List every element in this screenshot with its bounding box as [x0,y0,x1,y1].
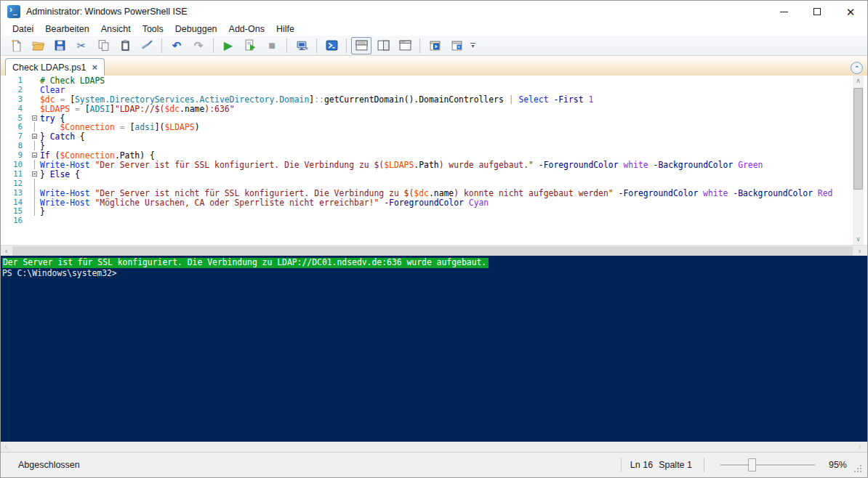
resize-grip[interactable] [853,463,861,472]
menu-item-debuggen[interactable]: Debuggen [169,23,223,35]
code-line-9[interactable]: 9If ($Connection.Path) { [1,150,867,160]
code-line-13[interactable]: 13Write-Host "Der Server ist nicht für S… [1,188,867,198]
menu-item-hilfe[interactable]: Hilfe [270,23,300,35]
statusbar-separator [704,458,704,472]
save-icon [54,39,66,52]
show-script-pane-right-button[interactable] [373,37,393,54]
line-number: 4 [1,104,28,113]
scroll-right-icon[interactable]: › [855,442,865,452]
paste-button[interactable] [115,37,135,54]
close-button[interactable]: ✕ [834,1,867,23]
code-text: } [40,206,45,216]
line-number: 7 [1,131,28,141]
code-text: } Catch { [40,131,85,141]
run-selection-icon [244,39,257,52]
status-bar: Abgeschlossen Ln 16 Spalte 1 95% [1,452,867,477]
horizontal-scroll-thumb[interactable] [12,246,853,256]
start-powershell-button[interactable] [321,37,342,54]
show-script-pane-button[interactable] [446,37,467,54]
code-line-4[interactable]: 4$LDAPS = [ADSI]"LDAP://$($dc.name):636" [1,104,867,113]
window-title: Administrator: Windows PowerShell ISE [26,7,188,17]
console-horizontal-scrollbar[interactable]: ‹ › [1,442,867,452]
fold-collapse-icon[interactable] [28,169,40,179]
maximize-icon [813,8,821,15]
line-number: 8 [1,141,28,150]
new-remote-powershell-tab-button[interactable] [292,37,312,54]
run-script-button[interactable]: ▶ [218,37,238,54]
cut-scissors-icon: ✂ [77,40,87,51]
show-script-pane-top-button[interactable] [351,37,371,54]
maximize-button[interactable] [800,1,834,23]
line-number: 12 [1,179,28,188]
scroll-up-icon[interactable]: ∧ [853,76,864,86]
minimize-button[interactable] [767,1,800,23]
code-line-12[interactable]: 12 [1,179,867,188]
zoom-slider-track[interactable] [720,464,815,466]
toolbar-overflow-button[interactable]: ▾ [470,43,475,48]
editor-vertical-scrollbar[interactable]: ∧ ∨ [853,76,864,245]
scroll-left-icon[interactable]: ‹ [1,246,12,256]
run-icon: ▶ [224,40,233,52]
cut-button[interactable]: ✂ [71,37,92,54]
stop-operation-button[interactable]: ■ [262,37,282,54]
fold-collapse-icon[interactable] [28,113,40,123]
collapse-script-pane-button[interactable]: ⌃ [851,62,863,74]
run-selection-button[interactable] [240,37,260,54]
code-line-8[interactable]: 8} [1,141,867,150]
code-text: Write-Host "Der Server ist für SSL konfi… [40,160,763,169]
console-prompt[interactable]: PS C:\Windows\system32> [2,268,867,278]
menu-item-ansicht[interactable]: Ansicht [95,23,137,35]
zoom-level: 95% [822,460,847,470]
remote-computer-icon [296,39,308,52]
code-line-7[interactable]: 7} Catch { [1,131,867,141]
vertical-scroll-thumb[interactable] [853,88,863,190]
scroll-left-icon[interactable]: ‹ [1,442,11,452]
menu-item-tools[interactable]: Tools [137,23,169,35]
new-script-button[interactable] [6,37,26,54]
editor-horizontal-scrollbar[interactable]: ‹ › [1,245,867,256]
new-powershell-tab-button[interactable] [425,37,445,54]
open-script-button[interactable] [28,37,48,54]
code-line-6[interactable]: 6 $Connection = [adsi]($LDAPS) [1,122,867,131]
copy-button[interactable] [93,37,113,54]
clear-console-pane-button[interactable] [137,37,157,54]
menu-item-datei[interactable]: Datei [7,23,39,35]
code-line-1[interactable]: 1# Check LDAPS [1,76,867,85]
line-number: 5 [1,113,28,123]
zoom-slider-thumb[interactable] [748,458,756,471]
toolbar-separator [213,39,214,53]
code-line-10[interactable]: 10Write-Host "Der Server ist für SSL kon… [1,160,867,169]
tab-strip: Check LDAPs.ps1 × [1,57,867,76]
close-icon: ✕ [846,7,856,17]
line-number: 1 [1,76,28,85]
script-editor-pane[interactable]: 1# Check LDAPS2Clear3$dc = [System.Direc… [1,76,867,245]
code-line-14[interactable]: 14Write-Host "Mögliche Ursachen, CA oder… [1,198,867,207]
powershell-ise-window: Administrator: Windows PowerShell ISE ✕ … [0,0,868,478]
menu-item-addons[interactable]: Add-Ons [223,23,270,35]
undo-button[interactable]: ↶ [166,37,187,54]
fold-collapse-icon[interactable] [28,131,40,141]
scroll-down-icon[interactable]: ∨ [853,234,864,245]
menu-bar: DateiBearbeitenAnsichtToolsDebuggenAdd-O… [1,23,867,36]
save-button[interactable] [49,37,70,54]
statusbar-separator [621,458,622,472]
code-line-15[interactable]: 15} [1,206,867,216]
code-line-5[interactable]: 5try { [1,113,867,123]
console-pane[interactable]: Der Server ist für SSL konfiguriert. Die… [1,256,867,442]
fold-guide [28,188,40,198]
tab-check-ldaps[interactable]: Check LDAPs.ps1 × [5,58,105,76]
tab-close-icon[interactable]: × [92,62,97,72]
code-line-11[interactable]: 11} Else { [1,169,867,179]
menu-item-bearbeiten[interactable]: Bearbeiten [39,23,95,35]
line-number: 3 [1,94,28,104]
show-script-pane-maximized-button[interactable] [395,37,415,54]
code-text: # Check LDAPS [40,76,105,85]
scroll-right-icon[interactable]: › [854,246,865,256]
layout-top-icon [355,39,368,52]
code-line-16[interactable]: 16 [1,216,867,225]
zoom-slider[interactable] [720,458,815,472]
code-line-3[interactable]: 3$dc = [System.DirectoryServices.ActiveD… [1,94,867,104]
fold-collapse-icon[interactable] [28,150,40,160]
code-line-2[interactable]: 2Clear [1,85,867,94]
redo-button[interactable]: ↷ [188,37,209,54]
